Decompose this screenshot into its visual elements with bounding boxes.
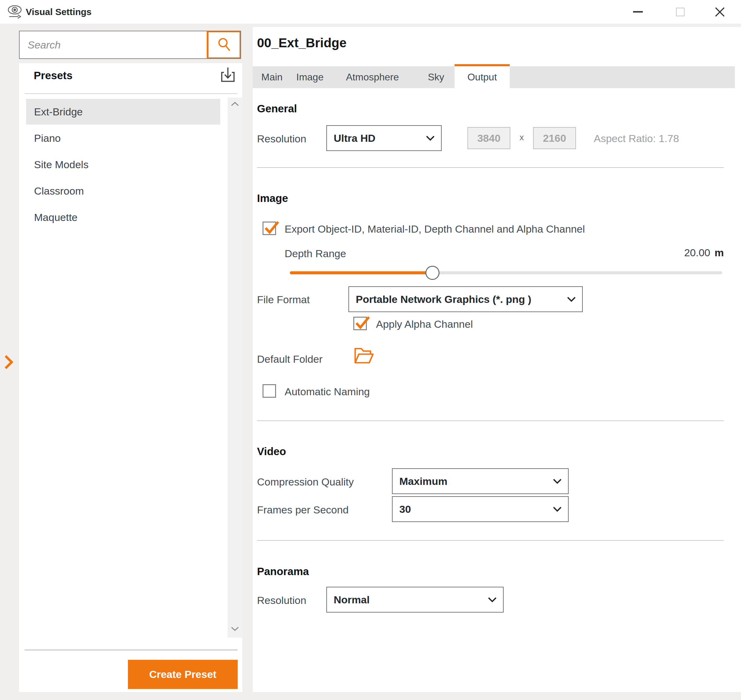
maximize-button[interactable] (676, 8, 685, 16)
open-folder-icon[interactable] (353, 345, 374, 366)
sidebar-bottom-divider (25, 650, 238, 650)
chevron-down-icon (488, 597, 497, 602)
export-channels-checkbox[interactable] (263, 222, 276, 235)
chevron-down-icon (426, 135, 435, 141)
video-heading: Video (257, 444, 286, 459)
compression-quality-value: Maximum (399, 475, 448, 487)
section-divider (257, 167, 724, 168)
tab-sky[interactable]: Sky (428, 66, 444, 88)
presets-header: Presets (34, 68, 72, 83)
preset-item-maquette[interactable]: Maquette (26, 204, 220, 230)
check-icon (355, 315, 371, 330)
aspect-ratio-text: Aspect Ratio: 1.78 (594, 132, 679, 144)
search-box (19, 31, 241, 59)
frames-per-second-label: Frames per Second (257, 503, 349, 516)
create-preset-button[interactable]: Create Preset (128, 660, 238, 689)
automatic-naming-label: Automatic Naming (285, 385, 370, 399)
height-field: 2160 (533, 127, 576, 149)
titlebar (0, 0, 741, 24)
chevron-down-icon (553, 478, 562, 484)
frames-per-second-value: 30 (399, 503, 411, 515)
preset-item-site-models[interactable]: Site Models (26, 151, 220, 177)
page-title: 00_Ext_Bridge (257, 34, 346, 51)
frames-per-second-dropdown[interactable]: 30 (392, 496, 569, 522)
slider-handle[interactable] (426, 266, 440, 280)
section-divider (257, 540, 724, 541)
tab-atmosphere[interactable]: Atmosphere (346, 66, 399, 88)
tab-output-label: Output (467, 72, 497, 83)
presets-header-divider (25, 93, 238, 94)
expand-sidebar-chevron-icon[interactable] (4, 355, 13, 371)
panorama-heading: Panorama (257, 564, 309, 579)
file-format-label: File Format (257, 293, 310, 306)
search-button[interactable] (207, 31, 241, 58)
default-folder-label: Default Folder (257, 352, 323, 366)
scroll-down-icon[interactable] (230, 626, 239, 633)
file-format-dropdown[interactable]: Portable Network Graphics (*. png ) (348, 286, 583, 312)
minimize-button[interactable] (633, 11, 643, 13)
search-icon (217, 37, 232, 53)
export-channels-label: Export Object-ID, Material-ID, Depth Cha… (285, 222, 585, 236)
tab-main[interactable]: Main (261, 66, 282, 88)
tab-output[interactable]: Output (455, 64, 510, 88)
depth-range-value: 20.00m (684, 247, 724, 259)
width-field: 3840 (467, 127, 511, 149)
dimension-separator: x (511, 132, 533, 143)
import-preset-icon[interactable] (219, 65, 238, 85)
section-divider (257, 421, 724, 421)
compression-quality-dropdown[interactable]: Maximum (392, 468, 569, 494)
apply-alpha-label: Apply Alpha Channel (376, 317, 473, 331)
resolution-dropdown[interactable]: Ultra HD (326, 125, 442, 151)
window-title: Visual Settings (26, 6, 92, 18)
file-format-value: Portable Network Graphics (*. png ) (356, 293, 531, 305)
panorama-resolution-dropdown[interactable]: Normal (326, 587, 503, 613)
panorama-resolution-label: Resolution (257, 594, 307, 607)
resolution-label: Resolution (257, 132, 307, 146)
app-eye-icon (7, 4, 23, 21)
search-input[interactable] (20, 31, 207, 58)
chevron-down-icon (567, 296, 576, 302)
compression-quality-label: Compression Quality (257, 475, 354, 488)
close-button[interactable] (714, 6, 726, 19)
apply-alpha-checkbox[interactable] (353, 317, 367, 330)
tab-image[interactable]: Image (296, 66, 324, 88)
automatic-naming-checkbox[interactable] (263, 384, 276, 398)
preset-item-classroom[interactable]: Classroom (26, 178, 220, 204)
depth-range-label: Depth Range (285, 247, 346, 260)
visual-settings-window: Visual Settings Presets Ext-Bridge (0, 0, 741, 700)
preset-list-scrollbar[interactable] (227, 98, 242, 638)
depth-range-slider[interactable] (290, 271, 722, 274)
image-heading: Image (257, 191, 288, 206)
slider-fill (290, 271, 433, 274)
resolution-value: Ultra HD (334, 132, 376, 144)
preset-item-ext-bridge[interactable]: Ext-Bridge (26, 99, 220, 125)
preset-item-piano[interactable]: Piano (26, 125, 220, 151)
chevron-down-icon (553, 506, 562, 512)
scroll-up-icon[interactable] (230, 101, 239, 108)
general-heading: General (257, 101, 297, 116)
panorama-resolution-value: Normal (334, 594, 370, 606)
check-icon (264, 220, 280, 235)
